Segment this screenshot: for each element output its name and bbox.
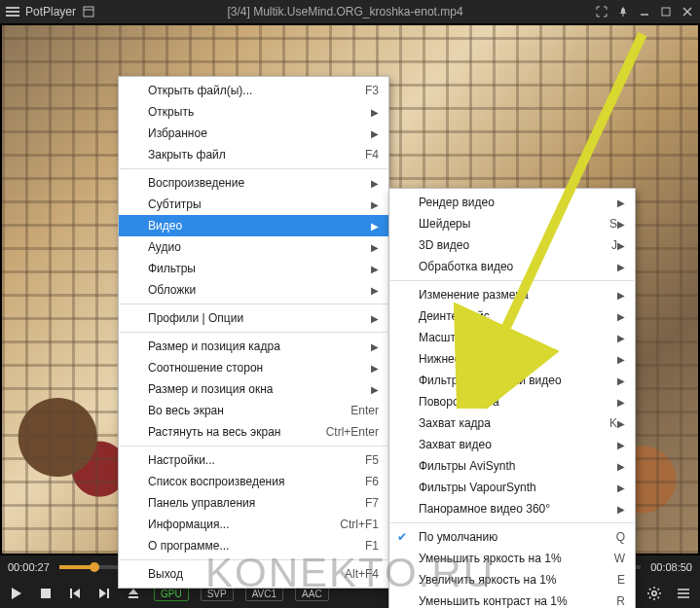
video-menu-item[interactable]: Нижнее поле экрана▶ <box>389 348 635 370</box>
menu-shortcut: Enter <box>321 404 379 417</box>
pin-icon[interactable] <box>616 5 630 18</box>
main-menu-item[interactable]: Открыть файл(ы)...F3 <box>119 80 388 101</box>
video-menu-item[interactable]: Фильтры VapourSynth▶ <box>389 477 635 498</box>
chevron-right-icon: ▶ <box>342 341 379 352</box>
video-menu-item[interactable]: Масштабирование▶ <box>389 327 635 348</box>
video-menu-item-label: Фильтры VapourSynth <box>419 481 536 494</box>
chevron-right-icon: ▶ <box>342 363 379 374</box>
main-menu-separator <box>120 332 387 333</box>
stop-button[interactable] <box>37 585 55 602</box>
menu-icon[interactable] <box>6 7 19 17</box>
video-menu-item[interactable]: Обработка видео▶ <box>389 256 635 277</box>
main-menu-item-label: Воспроизведение <box>148 176 244 190</box>
video-menu-item[interactable]: Уменьшить яркость на 1%W <box>389 548 635 569</box>
titlebar: PotPlayer [3/4] Multik.UseMind.ORG_krosh… <box>0 0 700 23</box>
video-menu-item-label: Обработка видео <box>419 260 513 273</box>
main-menu-item-label: Информация... <box>148 518 229 531</box>
main-menu-item[interactable]: Во весь экранEnter <box>119 400 388 421</box>
main-menu-item[interactable]: Видео▶ <box>119 215 388 236</box>
svg-rect-9 <box>70 589 72 598</box>
menu-shortcut: W <box>585 552 625 565</box>
window-title: [3/4] Multik.UseMind.ORG_kroshka-enot.mp… <box>95 5 595 18</box>
main-menu-item-label: Во весь экран <box>148 404 224 417</box>
chevron-right-icon: ▶ <box>588 376 625 386</box>
main-menu-item[interactable]: Воспроизведение▶ <box>119 172 388 194</box>
main-menu-item-label: Настройки... <box>148 453 215 467</box>
minimize-icon[interactable] <box>638 5 651 18</box>
menu-shortcut: K <box>580 416 617 430</box>
video-menu-item-label: Увеличить яркость на 1% <box>419 573 557 587</box>
video-menu-separator <box>390 522 634 523</box>
svg-rect-12 <box>107 589 109 598</box>
main-menu-item[interactable]: Размер и позиция кадра▶ <box>119 336 388 357</box>
chevron-right-icon: ▶ <box>617 219 625 230</box>
main-menu-item-label: Открыть <box>148 105 194 119</box>
main-menu-item[interactable]: Список воспроизведенияF6 <box>119 471 388 492</box>
menu-shortcut: J <box>582 238 617 252</box>
chevron-right-icon: ▶ <box>342 107 379 118</box>
video-menu-item[interactable]: Деинтерлейс▶ <box>389 305 635 327</box>
video-menu-item[interactable]: Фильтры AviSynth▶ <box>389 455 635 477</box>
video-menu-item[interactable]: 3D видеоJ ▶ <box>389 234 635 256</box>
main-menu-item-label: Размер и позиция окна <box>148 382 274 396</box>
settings-icon[interactable] <box>645 585 663 602</box>
svg-rect-0 <box>84 7 93 17</box>
main-menu-item[interactable]: Панель управленияF7 <box>119 492 388 514</box>
main-menu-item[interactable]: Открыть▶ <box>119 101 388 123</box>
playlist-toggle-icon[interactable] <box>82 5 95 18</box>
video-menu-item[interactable]: ШейдерыS ▶ <box>389 213 635 234</box>
video-menu-item[interactable]: Захват видео▶ <box>389 434 635 455</box>
main-menu-item[interactable]: Избранное▶ <box>119 123 388 144</box>
main-menu-item[interactable]: Соотношение сторон▶ <box>119 357 388 378</box>
app-name: PotPlayer <box>25 5 76 18</box>
main-menu-item-label: Панель управления <box>148 496 255 510</box>
main-menu-item[interactable]: Настройки...F5 <box>119 449 388 471</box>
main-menu-item[interactable]: Информация...Ctrl+F1 <box>119 514 388 535</box>
main-menu-item[interactable]: Размер и позиция окна▶ <box>119 378 388 400</box>
video-menu-item[interactable]: Рендер видео▶ <box>389 192 635 213</box>
playlist-icon[interactable] <box>675 585 692 602</box>
video-menu-item[interactable]: ✔По умолчаниюQ <box>389 526 635 548</box>
close-icon[interactable] <box>681 5 694 18</box>
main-menu-item[interactable]: Закрыть файлF4 <box>119 144 388 165</box>
context-menu-main: Открыть файл(ы)...F3Открыть▶Избранное▶За… <box>118 76 389 589</box>
chevron-right-icon: ▶ <box>342 128 379 139</box>
next-button[interactable] <box>95 585 113 602</box>
chevron-right-icon: ▶ <box>342 285 379 296</box>
video-menu-item[interactable]: Захват кадраK ▶ <box>389 412 635 434</box>
video-menu-item-label: Поворот кадра <box>419 395 499 409</box>
maximize-icon[interactable] <box>659 5 673 18</box>
seek-thumb[interactable] <box>90 562 99 572</box>
main-menu-item[interactable]: О программе...F1 <box>119 535 388 556</box>
main-menu-item-label: Обложки <box>148 283 196 297</box>
video-menu-item-label: 3D видео <box>419 238 469 252</box>
main-menu-item[interactable]: Аудио▶ <box>119 236 388 258</box>
menu-shortcut: Alt+F4 <box>315 567 379 581</box>
fullscreen-icon[interactable] <box>595 5 608 18</box>
main-menu-item-label: Выход <box>148 567 183 581</box>
context-menu-video: Рендер видео▶ШейдерыS ▶3D видеоJ ▶Обрабо… <box>388 188 636 608</box>
video-menu-item[interactable]: Уменьшить контраст на 1%R <box>389 590 635 608</box>
main-menu-item[interactable]: Обложки▶ <box>119 279 388 301</box>
prev-button[interactable] <box>66 585 84 602</box>
video-menu-item[interactable]: Увеличить яркость на 1%E <box>389 569 635 590</box>
main-menu-item[interactable]: Субтитры▶ <box>119 194 388 215</box>
main-menu-separator <box>120 304 387 304</box>
chevron-right-icon: ▶ <box>588 504 625 515</box>
main-menu-item[interactable]: Растянуть на весь экранCtrl+Enter <box>119 421 388 443</box>
svg-marker-10 <box>73 589 80 598</box>
play-button[interactable] <box>8 585 25 602</box>
chevron-right-icon: ▶ <box>588 397 625 408</box>
chevron-right-icon: ▶ <box>342 242 379 253</box>
video-menu-item[interactable]: Поворот кадра▶ <box>389 391 635 412</box>
main-menu-item-label: Размер и позиция кадра <box>148 340 280 353</box>
video-menu-item[interactable]: Изменение размера▶ <box>389 284 635 305</box>
video-menu-item[interactable]: Панорамное видео 360°▶ <box>389 498 635 519</box>
main-menu-item[interactable]: ВыходAlt+F4 <box>119 563 388 585</box>
main-menu-item[interactable]: Фильтры▶ <box>119 258 388 279</box>
menu-shortcut: F1 <box>336 539 379 553</box>
main-menu-item[interactable]: Профили | Опции▶ <box>119 307 388 329</box>
video-menu-item[interactable]: Фильтры обработки видео▶ <box>389 370 635 391</box>
chevron-right-icon: ▶ <box>342 313 379 324</box>
chevron-right-icon: ▶ <box>617 240 625 251</box>
